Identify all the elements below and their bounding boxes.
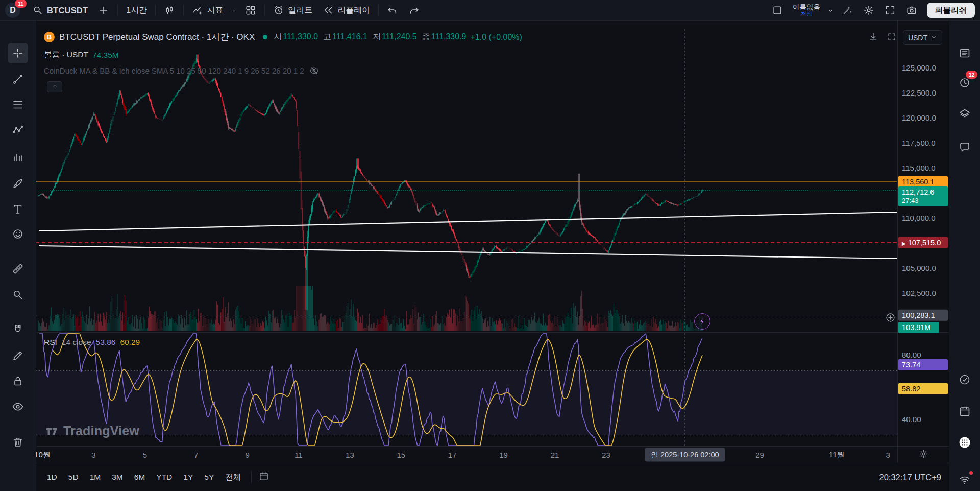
tool-measure-button[interactable] [8,259,28,279]
indicators-label: 지표 [207,5,223,16]
axis-settings-button[interactable] [917,448,930,461]
layout-grid-button[interactable] [240,3,261,18]
sidebar-calendar-icon [959,405,971,417]
tool-emoji-button[interactable] [8,224,28,244]
chart-style-button[interactable] [159,3,180,18]
range-button-5Y[interactable]: 5Y [199,470,219,484]
indicator-legend[interactable]: CoinDuck MA & BB & Ich close SMA 5 10 25… [44,66,319,76]
symbol-search-button[interactable]: BTCUSDT [28,3,92,18]
time-label-5: 5 [143,450,147,459]
tool-fib-retracement-button[interactable] [8,95,28,115]
tool-crosshair-icon [12,47,24,59]
price-tick-125000: 125,000.0 [902,63,936,72]
range-button-1Y[interactable]: 1Y [178,470,198,484]
pane-corner-tools: USDT [866,30,942,45]
indicators-button[interactable]: 지표 [187,3,228,18]
chart-settings-button[interactable] [859,3,879,18]
bottom-range-bar: 1D5D1M3M6MYTD1Y5Y전체 20:32:17 UTC+9 [36,463,949,491]
range-button-6M[interactable]: 6M [129,470,151,484]
user-menu-button[interactable]: D 11 [5,2,26,19]
sidebar-connection-icon [959,474,971,486]
price-tick-120000: 120,000.0 [902,113,936,122]
layout-name: 이름없음 [793,4,820,11]
sidebar-calendar-button[interactable] [954,401,975,422]
range-button-3M[interactable]: 3M [107,470,128,484]
price-scale[interactable]: 125,000.0122,500.0120,000.0117,500.0115,… [897,21,949,446]
maximize-pane-button[interactable] [885,31,899,44]
goto-date-button[interactable] [257,471,271,484]
range-button-YTD[interactable]: YTD [151,470,177,484]
tool-lock-all-button[interactable] [8,371,28,391]
range-button-5D[interactable]: 5D [63,470,84,484]
sidebar-chat-button[interactable] [954,136,975,158]
alert-button[interactable]: 얼러트 [268,3,317,18]
add-alert-plus-button[interactable] [884,311,896,323]
tool-forecast-button[interactable] [8,147,28,168]
crosshair-time-tag: 일 2025-10-26 02:00 [645,448,725,461]
indicators-icon [192,5,203,16]
connection-alert-dot [969,471,973,475]
tool-remove-all-button[interactable] [8,432,28,452]
manage-layouts-button[interactable] [767,3,788,18]
sidebar-connection-button[interactable] [954,469,975,490]
toolbar-divider [378,5,379,16]
sidebar-object-tree-button[interactable] [954,103,975,125]
undo-button[interactable] [382,3,403,18]
legend-collapse-button[interactable] [47,81,62,92]
time-label-3: 3 [91,450,95,459]
clock-utc[interactable]: 20:32:17 UTC+9 [879,473,941,482]
indicator-title: CoinDuck MA & BB & Ich close SMA 5 10 25… [44,66,304,75]
rsi-tick-80: 80.00 [902,350,921,359]
sidebar-community-button[interactable] [954,432,975,453]
layout-name-button[interactable]: 이름없음 저장 [789,2,824,19]
replay-button[interactable]: 리플레이 [318,3,375,18]
range-buttons: 1D5D1M3M6MYTD1Y5Y전체 [42,470,246,485]
rsi-tick-40: 40.00 [902,415,921,424]
tool-hide-all-button[interactable] [8,396,28,417]
tool-xabcd-pattern-button[interactable] [8,120,28,141]
scroll-to-recent-button[interactable] [866,31,880,44]
chart-region[interactable]: B BTCUSDT Perpetual Swap Contract · 1시간 … [36,21,949,491]
sidebar-help-button[interactable] [954,369,975,390]
range-button-1M[interactable]: 1M [85,470,106,484]
time-axis[interactable]: 10월3579111315171921232911월3일 2025-10-26 … [36,446,949,463]
tool-trend-line-button[interactable] [8,69,28,89]
indicator-templates-button[interactable] [229,3,239,18]
lightning-marker[interactable] [694,313,710,330]
fullscreen-icon [885,5,896,16]
tool-fib-retracement-icon [12,99,24,111]
tool-zoom-icon [12,289,24,301]
tool-crosshair-button[interactable] [8,43,28,63]
volume-legend[interactable]: 볼륨 · USDT 74.35M [44,50,119,60]
tool-magnet-button[interactable] [8,319,28,340]
rsi-legend[interactable]: RSI 14 close 53.86 60.29 [44,338,140,347]
chevron-down-icon [930,34,937,42]
sidebar-chat-icon [959,141,971,153]
tool-brush-icon [12,177,24,190]
chart-symbol-title[interactable]: BTCUSDT Perpetual Swap Contract · 1시간 · … [59,31,255,43]
fullscreen-button[interactable] [880,3,900,18]
range-button-전체[interactable]: 전체 [220,470,246,485]
unit-selector[interactable]: USDT [903,30,942,45]
chart-canvas[interactable] [36,21,949,463]
redo-button[interactable] [404,3,424,18]
eye-off-icon[interactable] [309,66,319,76]
range-button-1D[interactable]: 1D [42,470,62,484]
interval-button[interactable]: 1시간 [121,3,152,18]
quick-search-button[interactable] [837,3,857,18]
sidebar-alerts-button[interactable]: 12 [954,72,975,93]
tool-text-button[interactable] [8,199,28,219]
tool-brush-button[interactable] [8,173,28,194]
plus-icon [98,5,109,16]
time-label-7: 7 [194,450,198,459]
sidebar-watchlist-button[interactable] [954,42,975,64]
layout-dropdown-button[interactable] [825,3,836,18]
snapshot-button[interactable] [901,3,922,18]
publish-button[interactable]: 퍼블리쉬 [927,3,975,18]
calendar-icon [259,471,269,483]
tool-zoom-button[interactable] [8,285,28,305]
tool-draw-button[interactable] [8,345,28,366]
rsi-title: RSI [44,338,57,347]
compare-add-symbol-button[interactable] [93,3,114,18]
replay-label: 리플레이 [337,5,370,16]
